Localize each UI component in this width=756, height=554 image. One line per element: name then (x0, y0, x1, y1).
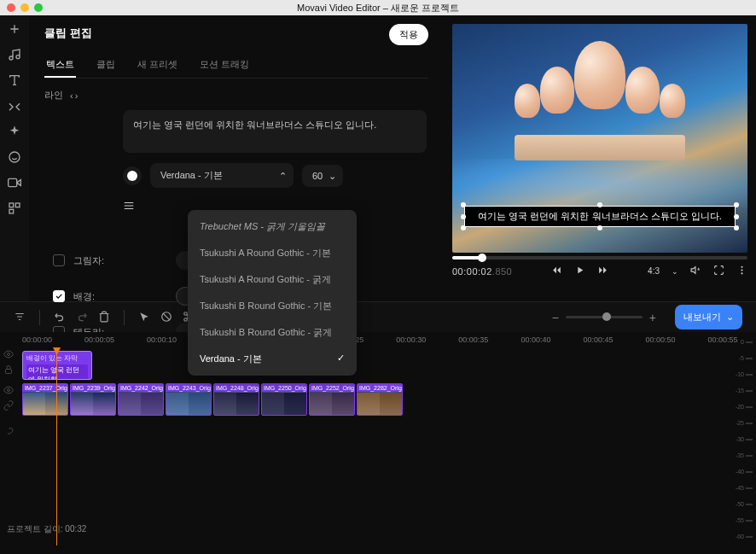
track-link-icon[interactable] (3, 428, 14, 440)
titlebar: Movavi Video Editor – 새로운 프로젝트 (0, 0, 756, 15)
preview-progress[interactable] (452, 256, 747, 260)
resize-handle[interactable] (597, 225, 602, 230)
volume-button[interactable] (690, 265, 701, 277)
line-prev-icon[interactable]: ‹ (70, 90, 73, 101)
video-clip[interactable]: IMG_2243_Origi (166, 383, 212, 416)
svg-rect-1 (9, 203, 14, 207)
window-title: Movavi Video Editor – 새로운 프로젝트 (297, 2, 459, 15)
font-option[interactable]: Tsukushi A Round Gothic - 기본 (188, 240, 357, 266)
caption-text-input[interactable]: 여기는 영국 런던에 위치한 워너브라더스 스튜디오 입니다. (123, 110, 427, 153)
text-icon[interactable] (8, 73, 21, 89)
more-tools-icon[interactable] (8, 201, 21, 217)
zoom-in-button[interactable]: + (649, 311, 656, 324)
font-dropdown: Trebuchet MS - 굵게 기울임꼴 Tsukushi A Round … (188, 210, 357, 376)
text-color-swatch[interactable] (123, 166, 142, 185)
stickers-icon[interactable] (8, 150, 21, 166)
svg-rect-13 (6, 370, 12, 374)
track-visibility-icon[interactable] (3, 349, 14, 361)
track-visibility-icon[interactable] (3, 385, 14, 397)
video-clip[interactable]: IMG_2248_Origi (213, 383, 259, 416)
svg-point-6 (741, 272, 742, 274)
redo-button[interactable] (76, 311, 88, 324)
svg-point-12 (8, 353, 10, 356)
track-link-icon[interactable] (3, 400, 14, 412)
background-checkbox[interactable] (53, 290, 65, 302)
resize-handle[interactable] (461, 225, 466, 230)
more-button[interactable] (736, 265, 747, 277)
music-icon[interactable] (8, 48, 21, 63)
font-option-selected[interactable]: Verdana - 기본✓ (188, 346, 357, 372)
resize-handle[interactable] (734, 202, 739, 207)
resize-handle[interactable] (597, 202, 602, 207)
apply-button[interactable]: 적용 (389, 24, 428, 45)
chevron-down-icon: ⌄ (329, 170, 336, 181)
font-size-select[interactable]: 60 (302, 165, 343, 187)
tab-text[interactable]: 텍스트 (44, 53, 76, 78)
transitions-icon[interactable] (8, 99, 21, 114)
resize-handle[interactable] (461, 202, 466, 207)
resize-handle[interactable] (734, 214, 739, 219)
line-next-icon[interactable]: › (75, 90, 79, 101)
font-option[interactable]: Tsukushi A Round Gothic - 굵게 (188, 266, 357, 293)
font-option[interactable]: Tsukushi B Round Gothic - 굵게 (188, 319, 357, 346)
svg-point-8 (184, 312, 188, 315)
chevron-down-icon: ⌄ (726, 312, 734, 323)
font-option[interactable]: Tsukushi B Round Gothic - 기본 (188, 293, 357, 319)
tab-clip[interactable]: 클립 (95, 53, 117, 78)
resize-handle[interactable] (461, 214, 466, 219)
pointer-tool[interactable] (138, 311, 150, 324)
effects-icon[interactable] (8, 125, 21, 140)
video-preview[interactable]: 여기는 영국 런던에 위치한 워너브라더스 스튜디오 입니다. (452, 24, 747, 253)
record-icon[interactable] (8, 176, 21, 191)
close-window-button[interactable] (7, 3, 15, 12)
resize-handle[interactable] (734, 225, 739, 230)
font-option[interactable]: Trebuchet MS - 굵게 기울임꼴 (188, 213, 357, 240)
preview-panel: 여기는 영국 런던에 위치한 워너브라더스 스튜디오 입니다. 00:00:02… (444, 15, 756, 301)
caption-clip[interactable]: 배경이 있는 자막 여기는 영국 런던에 위치한 (22, 351, 92, 380)
shadow-checkbox[interactable] (53, 254, 65, 266)
video-clip[interactable]: IMG_2242_Origi (118, 383, 164, 416)
disable-icon[interactable] (160, 311, 172, 324)
aspect-ratio[interactable]: 4:3 (648, 266, 660, 276)
timeline: 00:00:0000:00:0500:00:1000:00:1500:00:20… (0, 332, 756, 537)
zoom-out-button[interactable]: − (552, 311, 559, 324)
tab-preset[interactable]: 새 프리셋 (136, 53, 179, 78)
svg-rect-3 (9, 209, 14, 213)
minimize-window-button[interactable] (20, 3, 29, 12)
check-icon: ✓ (337, 353, 345, 365)
track-lock-icon[interactable] (3, 364, 14, 376)
align-menu-icon[interactable] (123, 200, 135, 213)
maximize-window-button[interactable] (34, 3, 43, 12)
tab-motion-tracking[interactable]: 모션 트래킹 (198, 53, 251, 78)
svg-point-0 (9, 152, 20, 162)
panel-tabs: 텍스트 클립 새 프리셋 모션 트래킹 (44, 53, 428, 79)
video-clip[interactable]: IMG_2237_Origi (22, 383, 68, 416)
fullscreen-button[interactable] (713, 265, 724, 277)
left-sidebar (0, 15, 29, 301)
svg-point-9 (184, 318, 188, 321)
video-clip[interactable]: IMG_2252_Origi (309, 383, 355, 416)
filter-icon[interactable] (14, 311, 26, 324)
add-icon[interactable] (8, 22, 21, 38)
video-clip[interactable]: IMG_2239_Origi (70, 383, 116, 416)
zoom-slider[interactable] (566, 316, 643, 318)
chevron-up-icon: ⌃ (279, 170, 287, 181)
video-clip[interactable]: IMG_2282_Origi (357, 383, 403, 416)
export-button[interactable]: 내보내기⌄ (675, 305, 742, 329)
font-select[interactable]: Verdana - 기본 (150, 163, 294, 188)
project-length: 프로젝트 길이: 00:32 (7, 523, 86, 535)
svg-point-14 (8, 389, 10, 392)
timeline-ruler[interactable]: 00:00:0000:00:0500:00:1000:00:1500:00:20… (0, 332, 756, 344)
playhead[interactable] (56, 349, 57, 545)
play-button[interactable] (574, 265, 585, 277)
delete-button[interactable] (98, 311, 110, 324)
video-clips-row: IMG_2237_Origi IMG_2239_Origi IMG_2242_O… (22, 383, 403, 416)
next-frame-button[interactable] (597, 265, 608, 277)
panel-title: 클립 편집 (44, 26, 428, 41)
prev-frame-button[interactable] (551, 265, 562, 277)
video-clip[interactable]: IMG_2250_Origi (261, 383, 307, 416)
background-label: 배경: (73, 290, 121, 303)
caption-overlay[interactable]: 여기는 영국 런던에 위치한 워너브라더스 스튜디오 입니다. (464, 206, 736, 227)
svg-rect-2 (15, 203, 20, 207)
undo-button[interactable] (54, 311, 66, 324)
